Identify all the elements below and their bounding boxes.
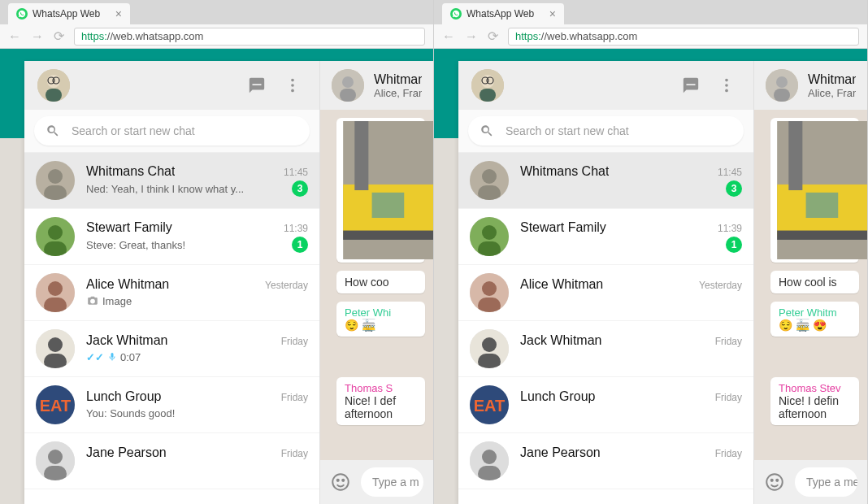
chat-avatar xyxy=(36,441,75,480)
unread-badge: 1 xyxy=(726,237,742,253)
message-sender: Thomas Stev xyxy=(779,382,851,394)
close-icon[interactable]: × xyxy=(549,7,556,20)
self-avatar[interactable] xyxy=(37,69,70,102)
chat-item[interactable]: EATLunch GroupFriday xyxy=(458,377,753,433)
svg-rect-60 xyxy=(478,466,501,480)
browser-tab[interactable]: WhatsApp Web × xyxy=(442,3,564,24)
svg-rect-55 xyxy=(478,354,501,368)
emoji-icon[interactable] xyxy=(764,471,785,493)
chat-list[interactable]: Whitmans Chat11:453Stewart Family11:391A… xyxy=(458,153,753,504)
svg-point-18 xyxy=(48,337,63,352)
conversation-avatar[interactable] xyxy=(332,69,364,102)
url-field[interactable]: https://web.whatsapp.com xyxy=(508,28,859,46)
conversation-header[interactable]: Whitmans Alice, Francis, xyxy=(754,61,867,110)
chat-item[interactable]: Whitmans Chat11:45Ned: Yeah, I think I k… xyxy=(24,153,319,209)
svg-point-37 xyxy=(481,75,494,88)
message-image[interactable] xyxy=(770,118,859,263)
whatsapp-app: Whitmans Chat11:453Stewart Family11:391A… xyxy=(458,61,867,504)
message-sender: Peter Whi xyxy=(345,306,417,319)
svg-point-71 xyxy=(776,480,778,481)
emoji-icon[interactable] xyxy=(330,471,351,493)
new-chat-icon[interactable] xyxy=(677,72,705,99)
message-bubble[interactable]: Thomas S Nice! I def afternoon xyxy=(336,377,425,425)
chat-list[interactable]: Whitmans Chat11:45Ned: Yeah, I think I k… xyxy=(24,153,319,504)
svg-point-9 xyxy=(48,169,63,184)
forward-icon[interactable]: → xyxy=(465,29,478,44)
message-bubble[interactable]: Thomas Stev Nice! I defin afternoon xyxy=(770,377,859,425)
search-input[interactable] xyxy=(506,124,732,137)
chat-preview: ✓✓0:07 xyxy=(86,351,141,363)
conversation-subtitle: Alice, Franc xyxy=(374,87,422,99)
message-bubble[interactable]: Peter Whitm 😌 🚋 😍 xyxy=(770,302,859,337)
conversation-pane: Whitmans Alice, Francis, How cool is Pet… xyxy=(754,61,867,504)
whatsapp-icon xyxy=(450,8,462,20)
svg-rect-19 xyxy=(44,354,67,368)
conversation-avatar[interactable] xyxy=(766,69,798,102)
chat-name: Stewart Family xyxy=(520,220,606,235)
chat-name: Jack Whitman xyxy=(86,333,167,348)
chat-item[interactable]: Stewart Family11:391 xyxy=(458,209,753,265)
conversation-header[interactable]: Whitman Alice, Franc xyxy=(320,61,433,110)
message-bubble[interactable]: How coo xyxy=(336,271,425,293)
message-image[interactable] xyxy=(336,118,425,263)
reload-icon[interactable]: ⟳ xyxy=(54,28,64,44)
svg-point-6 xyxy=(291,84,294,87)
back-icon[interactable]: ← xyxy=(442,29,455,44)
chat-time: 11:45 xyxy=(284,167,308,178)
conversation-title: Whitman xyxy=(374,72,422,87)
chat-name: Alice Whitman xyxy=(86,277,169,292)
chat-time: Friday xyxy=(281,448,308,459)
browser-tab-strip: WhatsApp Web × xyxy=(434,0,867,24)
chat-item[interactable]: Whitmans Chat11:453 xyxy=(458,153,753,209)
url-scheme: https: xyxy=(81,30,107,42)
sidebar: Whitmans Chat11:453Stewart Family11:391A… xyxy=(458,61,754,504)
browser-tab[interactable]: WhatsApp Web × xyxy=(8,3,130,24)
chat-item[interactable]: Jane PearsonFriday xyxy=(458,433,753,489)
window-right: WhatsApp Web × ← → ⟳ https://web.whatsap… xyxy=(434,0,868,504)
chat-avatar xyxy=(470,329,509,368)
whatsapp-app: Whitmans Chat11:45Ned: Yeah, I think I k… xyxy=(24,61,433,504)
svg-point-35 xyxy=(342,480,344,481)
back-icon[interactable]: ← xyxy=(8,29,21,44)
chat-item[interactable]: Jack WhitmanFriday xyxy=(458,321,753,377)
tab-title: WhatsApp Web xyxy=(467,8,534,20)
search-input[interactable] xyxy=(72,124,298,137)
search-box[interactable] xyxy=(34,116,310,146)
message-bubble[interactable]: Peter Whi 😌 🚋 xyxy=(336,302,425,337)
chat-time: Yesterday xyxy=(265,280,308,291)
chat-item[interactable]: Jack WhitmanFriday✓✓0:07 xyxy=(24,321,319,377)
url-scheme: https: xyxy=(515,30,541,42)
chat-time: Friday xyxy=(281,392,308,403)
chat-avatar xyxy=(36,273,75,312)
tab-title: WhatsApp Web xyxy=(33,8,100,20)
new-chat-icon[interactable] xyxy=(243,72,271,99)
forward-icon[interactable]: → xyxy=(31,29,44,44)
browser-tab-strip: WhatsApp Web × xyxy=(0,0,433,24)
svg-rect-49 xyxy=(478,241,501,256)
message-input[interactable]: Type a mes xyxy=(795,467,857,497)
reload-icon[interactable]: ⟳ xyxy=(488,28,498,44)
svg-point-45 xyxy=(482,169,497,184)
url-field[interactable]: https://web.whatsapp.com xyxy=(74,28,425,46)
svg-text:EAT: EAT xyxy=(40,397,72,415)
svg-point-62 xyxy=(776,76,788,88)
svg-rect-27 xyxy=(340,89,356,102)
chat-time: Friday xyxy=(715,336,742,347)
chat-item[interactable]: Jane PearsonFriday xyxy=(24,433,319,489)
svg-rect-24 xyxy=(44,466,67,480)
chat-item[interactable]: Alice WhitmanYesterday xyxy=(458,265,753,321)
chat-time: 11:45 xyxy=(718,167,742,178)
chat-item[interactable]: Alice WhitmanYesterdayImage xyxy=(24,265,319,321)
message-input[interactable]: Type a m xyxy=(361,467,423,497)
self-avatar[interactable] xyxy=(471,69,504,102)
chat-item[interactable]: EATLunch GroupFridayYou: Sounds good! xyxy=(24,377,319,433)
svg-point-70 xyxy=(771,480,773,481)
message-bubble[interactable]: How cool is xyxy=(770,271,859,293)
message-text: 😌 🚋 xyxy=(345,319,417,332)
close-icon[interactable]: × xyxy=(115,7,122,20)
menu-icon[interactable] xyxy=(279,72,306,99)
menu-icon[interactable] xyxy=(713,72,740,99)
chat-item[interactable]: Stewart Family11:39Steve: Great, thanks!… xyxy=(24,209,319,265)
search-box[interactable] xyxy=(468,116,744,146)
conversation-subtitle: Alice, Francis, xyxy=(808,87,856,99)
